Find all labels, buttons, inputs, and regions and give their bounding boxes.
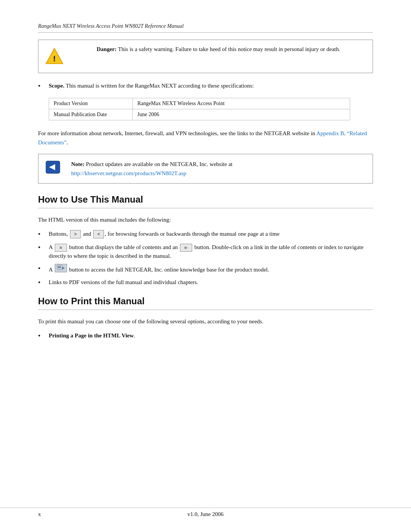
table-cell-label-1: Product Version <box>49 98 133 109</box>
danger-text: Danger: This is a safety warning. Failur… <box>71 46 366 53</box>
bullets-content-4: Links to PDF versions of the full manual… <box>49 278 373 287</box>
how-to-use-bullet-2: • A ≡ button that displays the table of … <box>38 243 373 260</box>
section-heading-print: How to Print this Manual <box>38 296 373 310</box>
scope-bullet-item: • Scope. This manual is written for the … <box>38 81 373 91</box>
how-to-use-bullet-1: • Buttons, > and <, for browsing forward… <box>38 230 373 239</box>
note-bold-label: Note: <box>71 161 84 167</box>
note-box: Note: Product updates are available on t… <box>38 154 373 184</box>
note-link[interactable]: http://kbserver.netgear.com/products/WN8… <box>71 170 186 176</box>
section-heading-use: How to Use This Manual <box>38 194 373 208</box>
bullets-content-1: Buttons, > and <, for browsing forwards … <box>49 230 373 238</box>
bullets-content-2: A ≡ button that displays the table of co… <box>49 243 373 260</box>
page-header: RangeMax NEXT Wireless Access Point WN80… <box>38 23 373 33</box>
table-cell-value-2: June 2006 <box>133 109 350 120</box>
header-title: RangeMax NEXT Wireless Access Point WN80… <box>38 23 184 29</box>
how-to-use-bullet-4: • Links to PDF versions of the full manu… <box>38 278 373 288</box>
kb-button[interactable] <box>55 264 67 272</box>
bullet-dot: • <box>38 81 49 91</box>
note-arrow-icon <box>45 160 61 174</box>
table-row: Manual Publication Date June 2006 <box>49 109 350 120</box>
scope-text: This manual is written for the RangeMax … <box>66 83 254 89</box>
scope-content: Scope. This manual is written for the Ra… <box>49 81 373 90</box>
danger-box: ! ⚡ Danger: This is a safety warning. Fa… <box>38 40 373 73</box>
svg-rect-5 <box>57 265 62 270</box>
danger-triangle-icon: ! ⚡ <box>45 47 64 65</box>
spec-table: Product Version RangeMax NEXT Wireless A… <box>49 98 350 120</box>
index-button[interactable]: ≡· <box>180 244 192 252</box>
note-text-before: Product updates are available on the NET… <box>84 161 233 167</box>
table-cell-label-2: Manual Publication Date <box>49 109 133 120</box>
print-bullet-1: • Printing a Page in the HTML View. <box>38 331 373 341</box>
bullet-dot: • <box>38 331 49 341</box>
bullet-dot: • <box>38 230 49 239</box>
how-to-print-intro: To print this manual you can choose one … <box>38 317 373 326</box>
note-icon-container <box>45 160 65 176</box>
bullet-dot: • <box>38 243 49 252</box>
forward-button[interactable]: > <box>70 230 81 238</box>
danger-bold-label: Danger: <box>97 46 117 52</box>
toc-button[interactable]: ≡ <box>55 244 67 252</box>
info-text-before: For more information about network, Inte… <box>38 130 316 136</box>
info-paragraph: For more information about network, Inte… <box>38 129 373 147</box>
info-text-after: . <box>67 139 68 145</box>
kb-icon <box>57 265 65 272</box>
print-bullet-content: Printing a Page in the HTML View. <box>49 331 373 340</box>
how-to-use-bullet-3: • A button to access the full NETGEAR, I… <box>38 264 373 274</box>
danger-message: This is a safety warning. Failure to tak… <box>118 46 340 52</box>
how-to-use-intro: The HTML version of this manual includes… <box>38 215 373 224</box>
back-button[interactable]: < <box>93 230 104 238</box>
bullets-content-3: A button to access the full NETGEAR, Inc… <box>49 264 373 274</box>
scope-bold-label: Scope. <box>49 83 64 89</box>
svg-text:⚡: ⚡ <box>51 51 58 58</box>
version-text: v1.0, June 2006 <box>188 511 224 517</box>
bullet-dot: • <box>38 264 49 273</box>
table-cell-value-1: RangeMax NEXT Wireless Access Point <box>133 98 350 109</box>
print-bold-label: Printing a Page in the HTML View <box>49 332 134 339</box>
table-row: Product Version RangeMax NEXT Wireless A… <box>49 98 350 109</box>
footer-version: v1.0, June 2006 <box>0 508 411 518</box>
note-content: Note: Product updates are available on t… <box>71 160 366 178</box>
scope-section: • Scope. This manual is written for the … <box>38 81 373 91</box>
bullet-dot: • <box>38 278 49 288</box>
danger-icon-container: ! ⚡ <box>45 47 65 67</box>
svg-marker-6 <box>62 267 65 270</box>
